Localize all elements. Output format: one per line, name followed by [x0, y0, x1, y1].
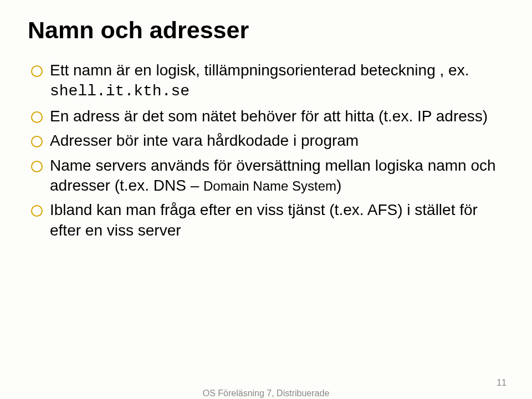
bullet-item: Name servers används för översättning me… — [31, 156, 504, 196]
bullet-item: Ett namn är en logisk, tillämpningsorien… — [31, 60, 504, 102]
bullet-text: Adresser bör inte vara hårdkodade i prog… — [50, 132, 359, 149]
bullet-code: shell.it.kth.se — [50, 83, 190, 100]
footer-page-number: 11 — [497, 378, 507, 388]
bullet-text-small: Domain Name System — [203, 178, 336, 193]
bullet-text: Ibland kan man fråga efter en viss tjäns… — [50, 201, 478, 238]
footer-line1: OS Föreläsning 7, Distribuerade — [203, 388, 330, 399]
footer-center: OS Föreläsning 7, Distribuerade system — [203, 388, 330, 399]
bullet-item: Ibland kan man fråga efter en viss tjäns… — [31, 200, 504, 241]
bullet-text: En adress är det som nätet behöver för a… — [50, 108, 488, 125]
bullet-list: Ett namn är en logisk, tillämpningsorien… — [28, 60, 504, 241]
slide-title: Namn och adresser — [28, 17, 504, 44]
bullet-item: Adresser bör inte vara hårdkodade i prog… — [31, 131, 504, 151]
bullet-text: ) — [336, 177, 341, 194]
bullet-text: Ett namn är en logisk, tillämpningsorien… — [50, 62, 469, 79]
bullet-item: En adress är det som nätet behöver för a… — [31, 106, 504, 126]
